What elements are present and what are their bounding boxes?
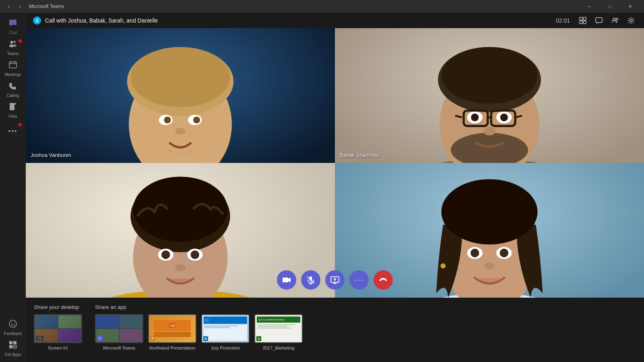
sidebar-bottom: Feedback Get Apps (0, 317, 26, 362)
layout-button[interactable] (576, 14, 589, 27)
svg-point-40 (193, 117, 200, 123)
northwind-thumb: NW P (148, 314, 196, 343)
video-cell-joshua: Joshua Vanburen (26, 28, 335, 163)
svg-rect-6 (9, 62, 17, 68)
share-desktop-section: Share your desktop (34, 304, 82, 350)
marketing-thumb: OUR CUSTOMER PROMISE N (254, 314, 303, 343)
svg-point-41 (175, 128, 186, 135)
app-title: Microsoft Teams (29, 4, 64, 9)
calling-icon (8, 81, 17, 92)
svg-point-30 (630, 19, 632, 22)
call-header-actions (576, 14, 638, 27)
get-apps-icon (8, 340, 17, 351)
svg-rect-22 (580, 17, 582, 20)
share-panel: Share your desktop (26, 298, 644, 362)
video-cell-babak: Babak Shammas (335, 28, 644, 163)
svg-point-57 (483, 127, 495, 135)
share-item-northwind[interactable]: NW P Northwind Presentation (148, 314, 196, 350)
share-item-marketing[interactable]: OUR CUSTOMER PROMISE N (254, 314, 303, 350)
chat-panel-button[interactable] (592, 14, 605, 27)
teams-app-label: Microsoft Teams (103, 346, 135, 350)
sidebar: Chat Teams (0, 13, 26, 362)
call-header: S Call with Joshua, Babak, Sarah, and Da… (26, 13, 644, 28)
skype-icon: S (33, 16, 41, 25)
sidebar-item-files[interactable]: Files (0, 100, 26, 121)
july-thumb: W (201, 314, 250, 343)
mute-button[interactable] (301, 270, 320, 290)
sidebar-item-more[interactable]: ••• (0, 121, 26, 142)
svg-point-76 (484, 263, 495, 269)
feedback-icon (8, 319, 17, 330)
sidebar-item-get-apps[interactable]: Get Apps (0, 338, 26, 359)
main-content: S Call with Joshua, Babak, Sarah, and Da… (26, 13, 644, 362)
svg-rect-10 (10, 103, 14, 110)
teams-thumb: T (95, 314, 143, 343)
teams-icon (8, 39, 17, 50)
minimize-button[interactable]: ─ (580, 0, 599, 13)
sidebar-item-chat[interactable]: Chat (0, 16, 26, 37)
desktop-section-title: Share your desktop (34, 304, 82, 310)
call-title: Call with Joshua, Babak, Sarah, and Dani… (45, 17, 556, 24)
svg-rect-0 (9, 20, 17, 25)
participant-name-babak: Babak Shammas (340, 152, 380, 158)
hangup-button[interactable] (374, 270, 393, 290)
sidebar-label-calling: Calling (7, 93, 19, 98)
share-item-teams[interactable]: T Microsoft Teams (95, 314, 143, 350)
call-controls: ··· (277, 270, 393, 290)
svg-point-2 (10, 41, 13, 43)
svg-point-14 (11, 323, 12, 323)
share-item-screen1[interactable]: Screen #1 (34, 314, 82, 350)
call-timer: 02:01 (556, 17, 570, 24)
svg-point-29 (616, 18, 618, 20)
svg-point-13 (9, 320, 17, 327)
northwind-label: Northwind Presentation (149, 346, 195, 350)
sidebar-item-teams[interactable]: Teams (0, 37, 26, 58)
sidebar-label-feedback: Feedback (4, 331, 22, 336)
settings-button[interactable] (625, 14, 638, 27)
sidebar-item-feedback[interactable]: Feedback (0, 317, 26, 338)
svg-point-51 (500, 113, 508, 121)
svg-point-75 (500, 249, 508, 257)
svg-point-39 (164, 117, 171, 123)
svg-rect-88 (38, 337, 42, 340)
share-item-july[interactable]: W July Promotion (201, 314, 250, 350)
more-options-button[interactable]: ··· (349, 270, 369, 290)
svg-rect-24 (580, 21, 582, 24)
svg-rect-26 (596, 18, 602, 23)
svg-point-15 (14, 323, 14, 323)
svg-rect-23 (583, 17, 586, 20)
share-screen-button[interactable] (325, 270, 345, 290)
svg-point-50 (471, 113, 479, 121)
app-section-title: Share an app (95, 304, 303, 310)
screen1-thumb (34, 314, 82, 343)
screen1-label: Screen #1 (48, 346, 68, 350)
more-dots-icon: ··· (354, 276, 364, 284)
back-button[interactable]: ‹ (5, 2, 13, 10)
more-badge (19, 123, 22, 126)
participants-button[interactable] (609, 14, 621, 27)
app-items: T Microsoft Teams NW (95, 314, 303, 350)
svg-text:NW: NW (170, 324, 175, 327)
sidebar-label-meetings: Meetings (5, 72, 21, 77)
video-grid: Joshua Vanburen (26, 28, 644, 298)
video-joshua (26, 28, 335, 163)
svg-rect-17 (13, 341, 17, 344)
video-toggle-button[interactable] (277, 270, 296, 290)
svg-rect-78 (283, 278, 288, 282)
skype-icon-container: S (32, 16, 42, 25)
main-layout: Chat Teams (0, 13, 644, 362)
video-babak (335, 28, 644, 163)
forward-button[interactable]: › (16, 2, 24, 10)
svg-rect-16 (9, 341, 12, 344)
maximize-button[interactable]: □ (601, 0, 619, 13)
close-button[interactable]: ✕ (621, 0, 639, 13)
svg-point-28 (613, 18, 615, 21)
svg-marker-1 (9, 25, 12, 27)
meetings-icon (8, 60, 17, 71)
svg-point-36 (130, 47, 230, 107)
sidebar-item-meetings[interactable]: Meetings (0, 58, 26, 79)
svg-point-74 (471, 249, 479, 257)
sidebar-item-calling[interactable]: Calling (0, 79, 26, 100)
nav-controls: ‹ › (5, 2, 24, 10)
files-icon (8, 102, 17, 113)
